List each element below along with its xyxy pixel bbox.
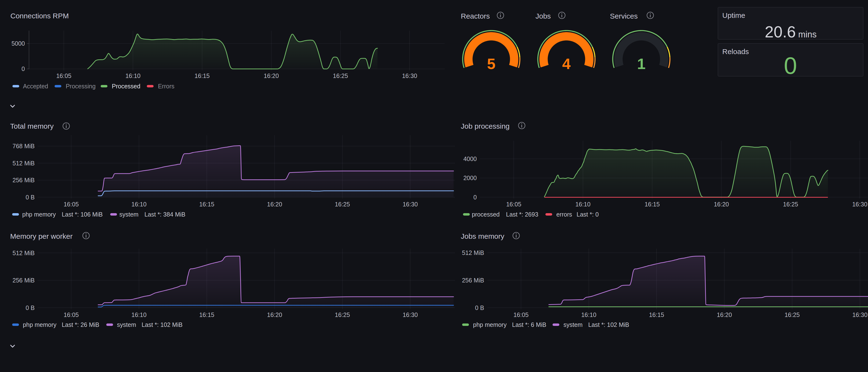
- svg-text:php memory: php memory: [473, 321, 507, 328]
- svg-text:16:25: 16:25: [783, 201, 798, 208]
- svg-text:16:20: 16:20: [264, 72, 279, 79]
- svg-text:Services: Services: [610, 12, 638, 20]
- svg-text:4000: 4000: [463, 156, 477, 162]
- svg-text:16:30: 16:30: [403, 311, 418, 318]
- svg-text:256 MiB: 256 MiB: [462, 277, 484, 284]
- svg-text:16:30: 16:30: [403, 201, 418, 208]
- svg-text:Connections RPM: Connections RPM: [10, 12, 69, 20]
- svg-text:16:25: 16:25: [785, 311, 800, 318]
- svg-text:512 MiB: 512 MiB: [12, 160, 35, 167]
- svg-text:Jobs: Jobs: [535, 12, 551, 20]
- svg-text:Last *: 2693: Last *: 2693: [506, 211, 538, 218]
- svg-text:Uptime: Uptime: [722, 11, 745, 19]
- svg-text:php memory: php memory: [22, 211, 56, 218]
- svg-text:php memory: php memory: [23, 321, 57, 328]
- svg-text:16:15: 16:15: [199, 311, 214, 318]
- svg-text:0: 0: [784, 53, 797, 79]
- svg-text:errors: errors: [556, 211, 572, 218]
- svg-text:256 MiB: 256 MiB: [12, 177, 35, 183]
- svg-text:16:10: 16:10: [576, 201, 591, 208]
- svg-text:4: 4: [562, 55, 570, 72]
- svg-text:16:05: 16:05: [514, 311, 529, 318]
- svg-text:16:10: 16:10: [125, 72, 141, 79]
- svg-text:Last *: 102 MiB: Last *: 102 MiB: [142, 321, 183, 328]
- svg-text:16:05: 16:05: [56, 72, 71, 79]
- svg-text:system: system: [117, 321, 136, 328]
- svg-text:Memory per worker: Memory per worker: [10, 232, 72, 240]
- svg-text:0: 0: [473, 194, 477, 201]
- svg-text:Reloads: Reloads: [722, 47, 749, 56]
- svg-text:5000: 5000: [11, 40, 25, 47]
- svg-text:16:10: 16:10: [131, 201, 147, 208]
- svg-text:16:05: 16:05: [506, 201, 522, 208]
- svg-text:16:05: 16:05: [64, 311, 79, 318]
- svg-text:16:30: 16:30: [402, 72, 417, 79]
- svg-text:Jobs memory: Jobs memory: [461, 232, 504, 240]
- svg-text:0: 0: [22, 65, 25, 72]
- svg-text:16:05: 16:05: [64, 201, 79, 208]
- svg-text:1: 1: [637, 55, 646, 72]
- svg-text:16:15: 16:15: [649, 311, 664, 318]
- svg-text:16:25: 16:25: [333, 72, 348, 79]
- svg-text:512 MiB: 512 MiB: [462, 249, 484, 256]
- svg-text:processed: processed: [472, 211, 499, 218]
- svg-text:512 MiB: 512 MiB: [12, 249, 35, 257]
- svg-text:16:30: 16:30: [852, 201, 868, 208]
- svg-text:2000: 2000: [463, 174, 477, 181]
- svg-text:Total memory: Total memory: [10, 122, 54, 130]
- svg-text:Last *: 384 MiB: Last *: 384 MiB: [145, 211, 186, 218]
- svg-text:system: system: [119, 211, 138, 218]
- svg-text:16:20: 16:20: [717, 311, 732, 318]
- svg-text:16:10: 16:10: [581, 311, 596, 318]
- svg-text:16:20: 16:20: [267, 311, 282, 318]
- svg-text:16:15: 16:15: [645, 201, 660, 208]
- svg-text:16:15: 16:15: [199, 201, 214, 208]
- svg-text:Last *: 0: Last *: 0: [577, 211, 599, 218]
- svg-text:16:20: 16:20: [267, 201, 282, 208]
- svg-text:0 B: 0 B: [475, 304, 484, 311]
- svg-text:16:10: 16:10: [131, 311, 147, 318]
- svg-text:16:15: 16:15: [194, 72, 210, 79]
- svg-text:16:25: 16:25: [335, 201, 350, 208]
- svg-text:system: system: [563, 321, 583, 328]
- svg-text:Processed: Processed: [112, 83, 141, 90]
- svg-text:Last *: 106 MiB: Last *: 106 MiB: [62, 211, 103, 218]
- svg-text:768 MiB: 768 MiB: [12, 143, 35, 149]
- svg-text:Last *: 102 MiB: Last *: 102 MiB: [588, 321, 629, 328]
- svg-text:Reactors: Reactors: [461, 12, 490, 20]
- svg-text:Accepted: Accepted: [23, 83, 48, 90]
- svg-text:256 MiB: 256 MiB: [12, 277, 35, 284]
- svg-text:5: 5: [487, 55, 495, 72]
- svg-text:Job processing: Job processing: [461, 122, 509, 130]
- svg-text:0 B: 0 B: [26, 194, 35, 201]
- svg-text:Last *: 26 MiB: Last *: 26 MiB: [62, 321, 99, 328]
- svg-text:16:20: 16:20: [714, 201, 729, 208]
- svg-text:16:30: 16:30: [852, 311, 868, 318]
- svg-text:16:25: 16:25: [335, 311, 350, 318]
- svg-text:Last *: 6 MiB: Last *: 6 MiB: [512, 321, 546, 328]
- svg-text:0 B: 0 B: [26, 304, 35, 311]
- svg-text:Errors: Errors: [158, 83, 175, 90]
- svg-text:Processing: Processing: [66, 83, 96, 90]
